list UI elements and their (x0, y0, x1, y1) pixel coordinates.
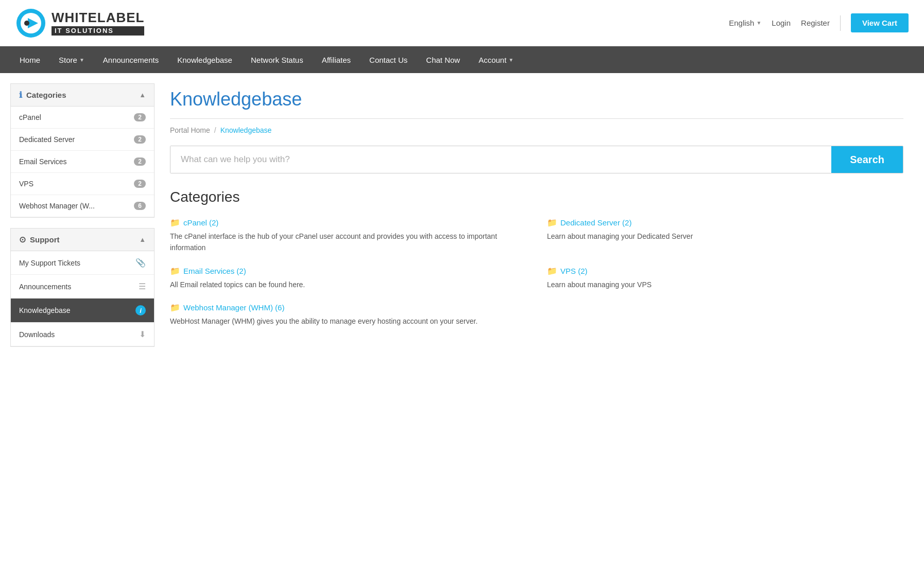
nav-announcements-label: Announcements (103, 56, 159, 64)
language-selector[interactable]: English ▼ (729, 19, 761, 27)
nav-store[interactable]: Store ▼ (49, 46, 94, 73)
breadcrumb-current: Knowledgebase (220, 126, 272, 134)
top-bar: WHITELABEL IT SOLUTIONS English ▼ Login … (0, 0, 924, 46)
category-dedicated-server: 📁 Dedicated Server (2) Learn about manag… (547, 218, 903, 254)
nav-announcements[interactable]: Announcements (94, 46, 168, 73)
top-divider (840, 15, 841, 31)
sidebar-category-cpanel[interactable]: cPanel 2 (11, 107, 154, 129)
nav-account-chevron-icon: ▼ (508, 57, 514, 63)
category-dedicated-server-link[interactable]: 📁 Dedicated Server (2) (547, 218, 903, 227)
info-icon: ℹ (19, 90, 22, 100)
sidebar-category-whm-label: Webhost Manager (W... (19, 202, 95, 210)
category-email-services-link[interactable]: 📁 Email Services (2) (170, 266, 526, 276)
category-whm: 📁 Webhost Manager (WHM) (6) WebHost Mana… (170, 303, 526, 327)
search-input[interactable] (170, 146, 831, 173)
login-link[interactable]: Login (772, 19, 791, 27)
sidebar-category-vps[interactable]: VPS 2 (11, 173, 154, 195)
nav-knowledgebase[interactable]: Knowledgebase (168, 46, 242, 73)
main-content: Knowledgebase Portal Home / Knowledgebas… (165, 83, 914, 361)
breadcrumb-separator: / (214, 126, 216, 134)
nav-store-label: Store (59, 56, 77, 64)
knowledgebase-info-icon: i (135, 305, 146, 315)
folder-dedicated-icon: 📁 (547, 218, 557, 227)
category-dedicated-server-label: Dedicated Server (2) (560, 218, 631, 227)
sidebar-categories-header: ℹ Categories ▲ (11, 84, 154, 107)
nav-affiliates-label: Affiliates (322, 56, 351, 64)
logo-icon (15, 8, 46, 39)
nav-chat-now-label: Chat Now (426, 56, 460, 64)
sidebar-category-vps-label: VPS (19, 180, 33, 188)
category-email-services-label: Email Services (2) (183, 267, 246, 275)
download-icon: ⬇ (139, 329, 146, 339)
sidebar-category-email-services-label: Email Services (19, 157, 67, 166)
sidebar: ℹ Categories ▲ cPanel 2 Dedicated Server… (10, 83, 155, 361)
nav-knowledgebase-label: Knowledgebase (177, 56, 232, 64)
search-button[interactable]: Search (831, 146, 903, 173)
breadcrumb-home[interactable]: Portal Home (170, 126, 210, 134)
sidebar-category-whm-count: 6 (134, 202, 146, 210)
nav-bar: Home Store ▼ Announcements Knowledgebase… (0, 46, 924, 73)
logo-whitelabel: WHITELABEL (52, 10, 144, 25)
sidebar-category-dedicated-server-label: Dedicated Server (19, 135, 75, 144)
sidebar-categories-section: ℹ Categories ▲ cPanel 2 Dedicated Server… (10, 83, 155, 218)
sidebar-announcements[interactable]: Announcements ☰ (11, 275, 154, 299)
main-layout: ℹ Categories ▲ cPanel 2 Dedicated Server… (0, 73, 924, 382)
language-chevron-icon: ▼ (756, 20, 761, 26)
title-divider (170, 118, 903, 119)
category-cpanel-label: cPanel (2) (183, 218, 218, 227)
category-cpanel: 📁 cPanel (2) The cPanel interface is the… (170, 218, 526, 254)
category-whm-label: Webhost Manager (WHM) (6) (183, 303, 284, 312)
nav-chat-now[interactable]: Chat Now (417, 46, 469, 73)
categories-header-label: Categories (26, 91, 66, 99)
language-label: English (729, 19, 754, 27)
support-icon: ⊙ (19, 235, 26, 244)
category-vps-label: VPS (2) (560, 267, 588, 275)
sidebar-support-section: ⊙ Support ▲ My Support Tickets 📎 Announc… (10, 228, 155, 347)
logo-area: WHITELABEL IT SOLUTIONS (15, 8, 144, 39)
register-link[interactable]: Register (801, 19, 830, 27)
category-vps-link[interactable]: 📁 VPS (2) (547, 266, 903, 276)
nav-home[interactable]: Home (10, 46, 49, 73)
sidebar-knowledgebase-label: Knowledgebase (19, 306, 71, 314)
nav-affiliates[interactable]: Affiliates (313, 46, 360, 73)
sidebar-support-header: ⊙ Support ▲ (11, 229, 154, 251)
category-cpanel-link[interactable]: 📁 cPanel (2) (170, 218, 526, 227)
sidebar-category-whm[interactable]: Webhost Manager (W... 6 (11, 195, 154, 217)
support-header-label: Support (30, 235, 60, 244)
category-whm-link[interactable]: 📁 Webhost Manager (WHM) (6) (170, 303, 526, 312)
view-cart-button[interactable]: View Cart (851, 13, 909, 32)
category-email-services-desc: All Email related topics can be found he… (170, 279, 526, 290)
sidebar-category-email-services[interactable]: Email Services 2 (11, 151, 154, 173)
paperclip-icon: 📎 (135, 258, 146, 268)
categories-section-title: Categories (170, 189, 903, 205)
sidebar-downloads[interactable]: Downloads ⬇ (11, 323, 154, 346)
nav-network-status-label: Network Status (251, 56, 303, 64)
folder-email-icon: 📁 (170, 266, 180, 276)
categories-collapse-icon[interactable]: ▲ (139, 91, 146, 99)
sidebar-category-cpanel-count: 2 (134, 113, 146, 121)
search-bar: Search (170, 146, 903, 173)
category-dedicated-server-desc: Learn about managing your Dedicated Serv… (547, 231, 903, 242)
category-cpanel-desc: The cPanel interface is the hub of your … (170, 231, 526, 254)
nav-account-label: Account (478, 56, 506, 64)
categories-header-left: ℹ Categories (19, 90, 66, 100)
support-header-left: ⊙ Support (19, 235, 60, 244)
nav-network-status[interactable]: Network Status (242, 46, 313, 73)
nav-contact-us[interactable]: Contact Us (360, 46, 417, 73)
categories-grid: 📁 cPanel (2) The cPanel interface is the… (170, 218, 903, 327)
category-whm-desc: WebHost Manager (WHM) gives you the abil… (170, 315, 526, 327)
folder-whm-icon: 📁 (170, 303, 180, 312)
nav-contact-us-label: Contact Us (369, 56, 407, 64)
category-vps: 📁 VPS (2) Learn about managing your VPS (547, 266, 903, 290)
sidebar-category-dedicated-server[interactable]: Dedicated Server 2 (11, 129, 154, 151)
sidebar-category-vps-count: 2 (134, 180, 146, 188)
breadcrumb: Portal Home / Knowledgebase (170, 126, 903, 134)
folder-cpanel-icon: 📁 (170, 218, 180, 227)
sidebar-support-tickets[interactable]: My Support Tickets 📎 (11, 251, 154, 275)
sidebar-knowledgebase[interactable]: Knowledgebase i (11, 299, 154, 323)
nav-account[interactable]: Account ▼ (469, 46, 523, 73)
sidebar-announcements-label: Announcements (19, 283, 71, 291)
nav-store-chevron-icon: ▼ (79, 57, 84, 63)
support-collapse-icon[interactable]: ▲ (139, 236, 146, 243)
category-vps-desc: Learn about managing your VPS (547, 279, 903, 290)
